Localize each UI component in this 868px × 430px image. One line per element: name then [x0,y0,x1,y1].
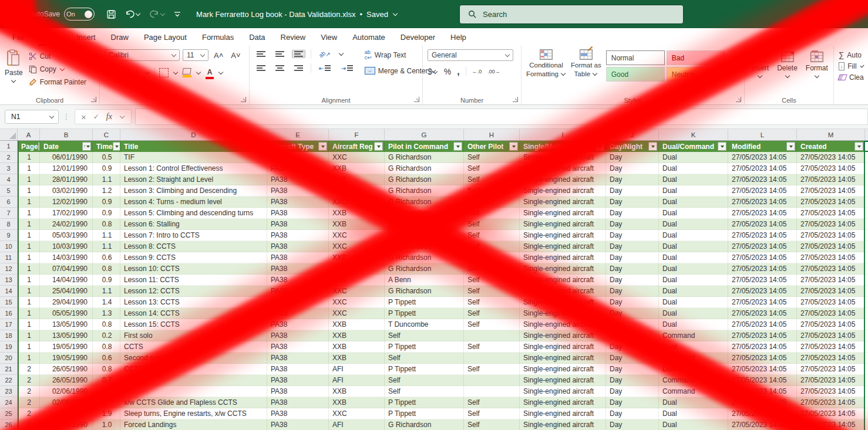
cell-B10[interactable]: 10/03/1990 [40,241,93,252]
cell-F16[interactable]: XXC [329,308,385,319]
delete-cells-button[interactable]: ✕ Delete [777,52,798,79]
cell-C24[interactable] [93,397,120,408]
cell-N6[interactable] [865,197,868,208]
name-box[interactable]: N1 [5,110,59,124]
cell-J6[interactable]: Day [606,197,659,208]
table-header-modified[interactable]: Modified [728,141,797,152]
cell-E13[interactable]: PA38 [267,275,329,286]
cell-I17[interactable]: Single-engined aircraft [520,319,606,330]
cell-H7[interactable]: Self [464,208,520,219]
increase-decimal-icon[interactable]: ←.0 [472,69,482,75]
cell-L9[interactable]: 27/05/2023 14:05 [728,230,797,241]
cell-B14[interactable]: 25/04/1990 [40,286,93,297]
cell-F7[interactable]: XXB [329,208,385,219]
cell-C16[interactable]: 1.3 [93,308,120,319]
cell-I25[interactable]: Single-engined aircraft [520,408,606,419]
select-all-corner[interactable] [0,129,18,141]
cell-A26[interactable]: 2 [18,419,40,430]
row-header-3[interactable]: 3 [0,163,18,174]
column-letter-J[interactable]: J [606,129,659,141]
cell-G16[interactable]: P Tippett [385,308,464,319]
cell-D6[interactable]: Lesson 4: Turns - medium level [120,197,267,208]
cell-A24[interactable]: 2 [18,397,40,408]
cell-M12[interactable]: 27/05/2023 14:05 [797,263,865,275]
cell-N26[interactable] [865,419,868,430]
cell-D3[interactable]: Lesson 1: Control Effectiveness [120,163,267,174]
cell-K15[interactable]: Dual [659,297,728,308]
cell-L11[interactable]: 27/05/2023 14:05 [728,252,797,263]
cell-H2[interactable]: Self [464,152,520,163]
filter-button-M[interactable] [854,142,863,151]
cell-J11[interactable]: Day [606,252,659,263]
styles-dialog-launcher[interactable] [736,97,741,102]
cell-F4[interactable]: XXB [329,174,385,185]
cell-D11[interactable]: Lesson 9: CCTS [120,252,267,263]
cell-E2[interactable]: PA38 [267,152,329,163]
cell-A7[interactable]: 1 [18,208,40,219]
cell-C7[interactable]: 0.9 [93,208,120,219]
cell-D25[interactable]: Sleep turns, Engine restarts, x/w CCTS [120,408,267,419]
cell-E11[interactable]: PA38 [267,252,329,263]
number-dialog-launcher[interactable] [513,97,518,102]
cell-L7[interactable]: 27/05/2023 14:05 [728,208,797,219]
cell-G19[interactable]: P Tippett [385,341,464,353]
cell-F23[interactable]: XXB [329,386,385,397]
cell-F26[interactable]: AFI [329,419,385,430]
cell-H25[interactable]: Self [464,408,520,419]
row-header-26[interactable]: 26 [0,419,18,430]
table-header-day-night[interactable]: Day/Night [606,141,659,152]
filter-button-H[interactable] [509,142,518,151]
cell-J3[interactable]: Day [606,163,659,174]
cell-J8[interactable]: Day [606,219,659,230]
cell-N12[interactable] [865,263,868,275]
row-header-6[interactable]: 6 [0,197,18,208]
cell-I23[interactable]: Single-engined aircraft [520,386,606,397]
cell-K20[interactable]: Command [659,353,728,364]
cell-B13[interactable]: 14/04/1990 [40,275,93,286]
cell-J13[interactable]: Day [606,275,659,286]
cell-J23[interactable]: Day [606,386,659,397]
table-header-single-multi-engine[interactable]: Single/Multi-engine [520,141,606,152]
cell-H24[interactable]: Self [464,397,520,408]
cell-D15[interactable]: Lesson 13: CCTS [120,297,267,308]
cell-H17[interactable]: Self [464,319,520,330]
cell-A16[interactable]: 1 [18,308,40,319]
cell-G6[interactable]: G Richardson [385,197,464,208]
cell-B9[interactable]: 05/03/1990 [40,230,93,241]
cell-H10[interactable]: Self [464,241,520,252]
cell-B7[interactable]: 17/02/1990 [40,208,93,219]
filter-button-C[interactable] [113,142,120,151]
table-header-other-pilot[interactable]: Other Pilot [464,141,520,152]
cell-D7[interactable]: Lesson 5: Climbing and descending turns [120,208,267,219]
cell-C14[interactable]: 1.1 [93,286,120,297]
align-right-icon[interactable] [292,64,305,72]
cell-A8[interactable]: 1 [18,219,40,230]
cell-L17[interactable]: 27/05/2023 14:05 [728,319,797,330]
cell-L23[interactable]: 27/05/2023 14:05 [728,386,797,397]
cell-M14[interactable]: 27/05/2023 14:05 [797,286,865,297]
cell-A4[interactable]: 1 [18,174,40,185]
cell-J9[interactable]: Day [606,230,659,241]
cell-E17[interactable]: PA38 [267,319,329,330]
tab-draw[interactable]: Draw [103,28,136,46]
cell-M16[interactable]: 27/05/2023 14:05 [797,308,865,319]
customize-qat-icon[interactable] [174,11,181,18]
cell-M8[interactable]: 27/05/2023 14:05 [797,219,865,230]
cell-A23[interactable]: 2 [18,386,40,397]
underline-button[interactable]: U [130,68,140,77]
cell-D16[interactable]: Lesson 14: CCTS [120,308,267,319]
cell-A18[interactable]: 1 [18,330,40,341]
cell-C25[interactable]: 1.9 [93,408,120,419]
cell-B18[interactable]: 13/05/1990 [40,330,93,341]
cell-N14[interactable] [865,286,868,297]
cell-I18[interactable]: Single-engined aircraft [520,330,606,341]
row-header-22[interactable]: 22 [0,375,18,386]
cell-L12[interactable]: 27/05/2023 14:05 [728,263,797,275]
cell-G8[interactable]: G Richardson [385,219,464,230]
cell-N25[interactable] [865,408,868,419]
cell-E20[interactable]: PA38 [267,353,329,364]
cell-E25[interactable]: PA38 [267,408,329,419]
fx-chevron-icon[interactable] [120,114,125,118]
enter-icon[interactable]: ✓ [93,113,99,121]
cell-I9[interactable]: Single-engined aircraft [520,230,606,241]
